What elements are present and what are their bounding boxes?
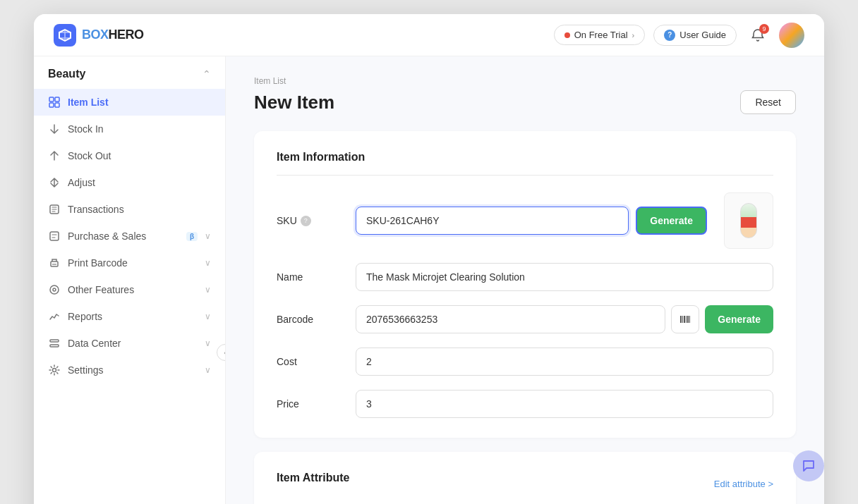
sidebar-item-label: Purchase & Sales xyxy=(68,231,179,242)
barcode-scan-button[interactable] xyxy=(671,305,699,333)
sku-help-icon[interactable]: ? xyxy=(301,216,311,226)
item-attribute-card: Item Attribute Edit attribute > Category… xyxy=(254,452,796,504)
logo[interactable]: BOXHERO xyxy=(54,24,144,47)
sidebar-item-label: Settings xyxy=(68,364,198,376)
sidebar-item-stock-out[interactable]: Stock Out xyxy=(34,142,225,169)
chevron-down-icon: ∨ xyxy=(205,285,211,295)
workspace-name: Beauty xyxy=(48,68,85,80)
page-title-row: New Item Reset xyxy=(254,90,796,114)
svg-rect-18 xyxy=(689,316,690,323)
guide-button[interactable]: ? User Guide xyxy=(653,25,737,46)
sidebar-item-settings[interactable]: Settings ∨ xyxy=(34,357,225,383)
sidebar-item-label: Stock Out xyxy=(68,150,211,161)
trial-dot xyxy=(564,32,570,38)
arrow-down-icon xyxy=(48,123,61,135)
svg-point-8 xyxy=(50,285,59,294)
workspace-expand-icon[interactable]: ⌃ xyxy=(203,68,211,80)
avatar[interactable] xyxy=(779,23,804,48)
name-input[interactable] xyxy=(356,263,773,291)
adjust-icon xyxy=(48,176,61,189)
sidebar-item-label: Reports xyxy=(68,311,198,322)
sidebar-item-purchase-sales[interactable]: Purchase & Sales β ∨ xyxy=(34,223,225,250)
notification-badge: 9 xyxy=(759,24,769,34)
trial-button[interactable]: On Free Trial › xyxy=(554,25,646,45)
item-information-card: Item Information SKU ? Generate xyxy=(254,131,796,438)
chevron-down-icon: ∨ xyxy=(205,258,211,268)
price-row: Price xyxy=(277,390,773,418)
product-image-placeholder xyxy=(725,193,773,248)
other-features-icon xyxy=(48,283,61,296)
grid-icon xyxy=(48,96,61,109)
sidebar-item-label: Other Features xyxy=(68,284,198,295)
header: BOXHERO On Free Trial › ? User Guide 9 xyxy=(34,14,824,56)
breadcrumb: Item List xyxy=(254,76,796,86)
price-input[interactable] xyxy=(356,390,773,418)
sidebar-item-transactions[interactable]: Transactions xyxy=(34,196,225,223)
sidebar-item-label: Stock In xyxy=(68,123,211,135)
purchase-icon xyxy=(48,230,61,242)
barcode-input[interactable] xyxy=(356,305,665,333)
section-header-row: Item Attribute Edit attribute > xyxy=(277,472,773,496)
barcode-generate-button[interactable]: Generate xyxy=(705,305,773,333)
notification-button[interactable]: 9 xyxy=(745,23,771,48)
sidebar-item-label: Item List xyxy=(68,97,211,108)
sidebar-item-label: Print Barcode xyxy=(68,257,198,269)
svg-rect-15 xyxy=(684,316,685,323)
body: Beauty ⌃ ‹ Item List xyxy=(34,56,824,504)
sidebar-item-label: Adjust xyxy=(68,177,211,188)
chevron-down-icon: ∨ xyxy=(205,338,211,348)
svg-rect-3 xyxy=(49,103,54,107)
sidebar-item-other-features[interactable]: Other Features ∨ xyxy=(34,276,225,303)
svg-rect-17 xyxy=(687,316,689,323)
arrow-up-icon xyxy=(48,149,61,162)
svg-point-9 xyxy=(53,288,56,291)
sidebar-item-stock-in[interactable]: Stock In xyxy=(34,116,225,142)
page-title: New Item xyxy=(254,92,334,113)
divider xyxy=(277,175,773,176)
sidebar-item-reports[interactable]: Reports ∨ xyxy=(34,303,225,330)
edit-attribute-link[interactable]: Edit attribute > xyxy=(714,479,773,489)
svg-rect-11 xyxy=(50,345,59,347)
reset-button[interactable]: Reset xyxy=(740,90,796,114)
data-center-icon xyxy=(48,337,61,350)
sku-input[interactable] xyxy=(356,207,629,235)
sidebar-item-data-center[interactable]: Data Center ∨ xyxy=(34,330,225,357)
main-content: Item List New Item Reset Item Informatio… xyxy=(226,56,824,504)
sku-generate-button[interactable]: Generate xyxy=(636,207,707,235)
item-information-title: Item Information xyxy=(277,151,773,164)
barcode-input-wrap: Generate xyxy=(356,305,773,333)
cost-row: Cost xyxy=(277,348,773,376)
cost-label: Cost xyxy=(277,356,347,367)
cost-input[interactable] xyxy=(356,348,773,376)
chevron-down-icon: ∨ xyxy=(205,231,211,241)
chat-bubble[interactable] xyxy=(793,450,824,481)
trial-arrow: › xyxy=(632,31,635,39)
sku-input-wrap: Generate xyxy=(356,207,707,235)
print-icon xyxy=(48,257,61,269)
product-image xyxy=(724,192,773,249)
sidebar-item-item-list[interactable]: Item List xyxy=(34,89,225,116)
beta-badge: β xyxy=(186,232,198,241)
svg-point-12 xyxy=(53,369,56,372)
sidebar-item-label: Transactions xyxy=(68,204,211,215)
svg-rect-1 xyxy=(49,97,54,102)
svg-rect-4 xyxy=(55,103,59,107)
sidebar-item-print-barcode[interactable]: Print Barcode ∨ xyxy=(34,250,225,276)
question-icon: ? xyxy=(664,30,675,41)
chevron-down-icon: ∨ xyxy=(205,365,211,375)
name-label: Name xyxy=(277,271,347,283)
svg-rect-14 xyxy=(682,316,683,323)
logo-text: BOXHERO xyxy=(82,27,144,42)
sku-label: SKU ? xyxy=(277,215,347,226)
svg-rect-13 xyxy=(680,316,682,323)
barcode-row: Barcode xyxy=(277,305,773,333)
item-attribute-title: Item Attribute xyxy=(277,472,349,484)
chevron-down-icon: ∨ xyxy=(205,312,211,321)
sidebar-header: Beauty ⌃ xyxy=(34,56,225,89)
svg-rect-16 xyxy=(686,316,687,323)
sidebar: Beauty ⌃ ‹ Item List xyxy=(34,56,226,504)
sidebar-item-adjust[interactable]: Adjust xyxy=(34,169,225,196)
sidebar-item-label: Data Center xyxy=(68,338,198,349)
trial-label: On Free Trial xyxy=(574,30,628,40)
svg-rect-6 xyxy=(50,232,59,240)
